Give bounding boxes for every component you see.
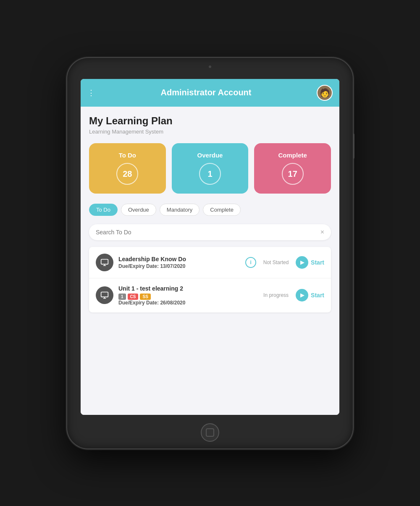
stat-card-todo[interactable]: To Do 28 xyxy=(89,143,166,194)
stat-card-overdue[interactable]: Overdue 1 xyxy=(172,143,249,194)
stat-label-overdue: Overdue xyxy=(197,152,223,159)
course-details-1: Leadership Be Know Do Due/Expiry Date: 1… xyxy=(118,256,240,269)
course-icon-2 xyxy=(96,286,113,304)
course-name-1: Leadership Be Know Do xyxy=(118,256,240,262)
stat-label-todo: To Do xyxy=(119,152,136,159)
filter-tab-mandatory[interactable]: Mandatory xyxy=(160,204,200,216)
app-header: ⋮ Administrator Account 🧑 xyxy=(81,79,339,107)
stats-row: To Do 28 Overdue 1 Complete 17 xyxy=(89,143,331,194)
ipad-frame: ⋮ Administrator Account 🧑 My Learning Pl… xyxy=(67,58,353,448)
tag-cs: CS xyxy=(128,294,139,300)
search-clear-icon[interactable]: × xyxy=(320,228,324,236)
start-button-2[interactable]: ▶ Start xyxy=(296,289,324,302)
stat-number-todo: 28 xyxy=(116,163,138,185)
course-status-1: Not Started xyxy=(261,260,291,265)
header-title: Administrator Account xyxy=(161,88,252,97)
page-subtitle: Learning Management System xyxy=(89,128,331,135)
menu-icon[interactable]: ⋮ xyxy=(87,89,95,97)
course-due-2: Due/Expiry Date: 26/08/2020 xyxy=(118,300,256,306)
filter-tabs: To Do Overdue Mandatory Complete xyxy=(89,204,331,216)
page-title: My Learning Plan xyxy=(89,115,331,127)
stat-card-complete[interactable]: Complete 17 xyxy=(254,143,331,194)
start-button-1[interactable]: ▶ Start xyxy=(296,256,324,269)
side-button xyxy=(353,134,354,159)
play-icon-2: ▶ xyxy=(296,289,308,302)
main-content: My Learning Plan Learning Management Sys… xyxy=(81,107,339,415)
ipad-screen: ⋮ Administrator Account 🧑 My Learning Pl… xyxy=(81,79,339,415)
course-icon-1 xyxy=(96,254,113,271)
course-status-2: In progress xyxy=(261,292,291,298)
course-details-2: Unit 1 - test elearning 2 1 CS SS Due/Ex… xyxy=(118,285,256,306)
table-row: Leadership Be Know Do Due/Expiry Date: 1… xyxy=(89,247,331,278)
svg-rect-3 xyxy=(101,292,108,297)
course-name-2: Unit 1 - test elearning 2 xyxy=(118,285,256,292)
tag-num: 1 xyxy=(118,294,126,300)
home-button-inner xyxy=(206,428,214,437)
svg-rect-0 xyxy=(101,259,108,264)
filter-tab-complete[interactable]: Complete xyxy=(203,204,241,216)
search-input[interactable] xyxy=(96,229,320,236)
info-icon-1[interactable]: i xyxy=(245,257,256,268)
search-container: × xyxy=(89,224,331,240)
stat-number-complete: 17 xyxy=(282,163,304,185)
table-row: Unit 1 - test elearning 2 1 CS SS Due/Ex… xyxy=(89,278,331,312)
home-button[interactable] xyxy=(201,423,219,442)
play-icon-1: ▶ xyxy=(296,256,308,269)
tag-ss: SS xyxy=(140,294,150,300)
course-list: Leadership Be Know Do Due/Expiry Date: 1… xyxy=(89,247,331,312)
course-tags-2: 1 CS SS xyxy=(118,294,256,300)
avatar[interactable]: 🧑 xyxy=(317,85,333,101)
filter-tab-overdue[interactable]: Overdue xyxy=(121,204,156,216)
filter-tab-todo[interactable]: To Do xyxy=(89,204,118,216)
stat-number-overdue: 1 xyxy=(199,163,221,185)
stat-label-complete: Complete xyxy=(278,152,307,159)
course-due-1: Due/Expiry Date: 13/07/2020 xyxy=(118,263,240,269)
